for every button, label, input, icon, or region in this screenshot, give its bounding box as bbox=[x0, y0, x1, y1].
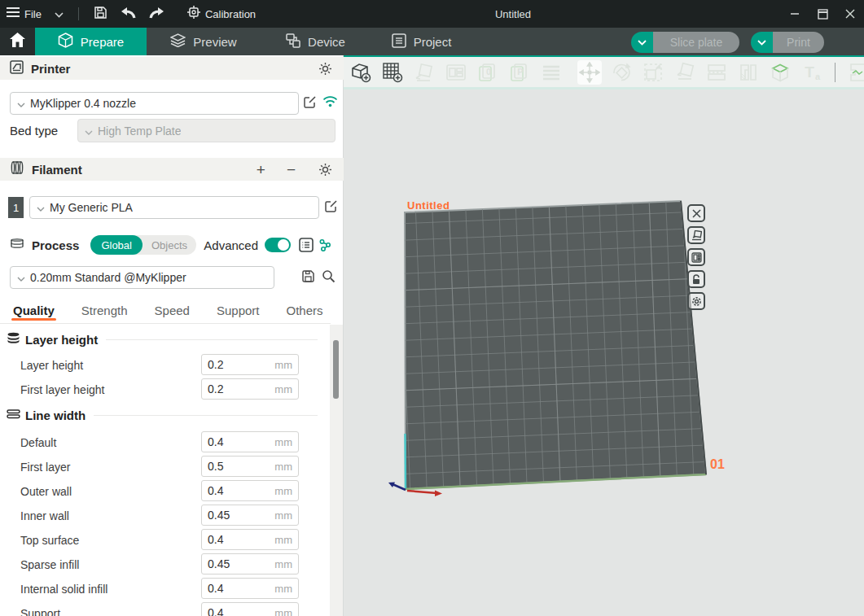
assembly-view-icon[interactable] bbox=[846, 60, 864, 85]
minimize-button[interactable] bbox=[781, 0, 809, 28]
slice-options-button[interactable] bbox=[631, 32, 653, 53]
printer-section-title: Printer bbox=[31, 62, 70, 76]
calibration-icon bbox=[187, 6, 200, 22]
doc-objects-icon[interactable]: 0 bbox=[476, 60, 500, 85]
text-tool-icon[interactable]: Ta bbox=[800, 60, 824, 85]
edit-printer-button[interactable] bbox=[303, 95, 317, 109]
parameter-list-button[interactable] bbox=[299, 238, 314, 252]
param-row: Top surface 0.4 mm bbox=[0, 529, 331, 551]
auto-arrange-icon[interactable] bbox=[412, 60, 436, 85]
split-view-icon[interactable] bbox=[444, 60, 468, 85]
save-icon bbox=[94, 6, 107, 23]
printer-settings-button[interactable] bbox=[318, 62, 332, 76]
printer-preset-combo[interactable]: MyKlipper 0.4 nozzle bbox=[10, 92, 299, 115]
save-preset-button[interactable] bbox=[301, 269, 315, 283]
chevron-down-icon bbox=[55, 7, 64, 21]
file-menu-expand-button[interactable] bbox=[48, 0, 70, 28]
sidebar-scrollbar-thumb[interactable] bbox=[333, 340, 339, 399]
printer-icon bbox=[10, 60, 24, 77]
svg-text:P: P bbox=[517, 67, 523, 76]
add-filament-button[interactable]: + bbox=[252, 162, 270, 177]
filament-section-title: Filament bbox=[32, 163, 82, 177]
tab-quality[interactable]: Quality bbox=[13, 297, 55, 323]
prepare-cube-icon bbox=[58, 33, 73, 50]
support-line-width-input[interactable]: 0.4 mm bbox=[201, 602, 299, 616]
plate-layout-button[interactable] bbox=[687, 248, 705, 266]
parameter-filter-button[interactable] bbox=[318, 238, 332, 252]
filament-preset-combo[interactable]: My Generic PLA bbox=[29, 196, 319, 219]
filament-settings-button[interactable] bbox=[318, 163, 332, 177]
tab-device[interactable]: Device bbox=[261, 28, 371, 55]
tab-speed[interactable]: Speed bbox=[155, 297, 190, 323]
x-axis-arrow bbox=[435, 491, 442, 497]
titlebar-separator bbox=[78, 7, 79, 20]
build-plate-scene[interactable]: Untitled 01 bbox=[344, 92, 864, 616]
param-row: Outer wall 0.4 mm bbox=[0, 480, 331, 502]
chevron-down-icon bbox=[37, 200, 45, 215]
filament-slot-badge[interactable]: 1 bbox=[8, 197, 24, 218]
lay-on-face-icon[interactable] bbox=[673, 60, 697, 85]
viewport-toolbar: 0 P Ta bbox=[344, 57, 864, 90]
tab-support[interactable]: Support bbox=[217, 297, 260, 323]
internal-solid-infill-line-width-input[interactable]: 0.4 mm bbox=[201, 578, 299, 599]
printer-connection-icon[interactable] bbox=[322, 95, 338, 107]
redo-button[interactable] bbox=[143, 0, 171, 28]
inner-wall-line-width-input[interactable]: 0.45 mm bbox=[201, 505, 299, 526]
plate-settings-button[interactable] bbox=[687, 292, 705, 310]
cut-tool-icon[interactable] bbox=[704, 60, 729, 85]
home-button[interactable] bbox=[0, 28, 35, 55]
maximize-button[interactable] bbox=[809, 0, 836, 28]
tab-device-label: Device bbox=[308, 35, 345, 49]
mesh-boolean-icon[interactable] bbox=[768, 60, 792, 85]
home-icon bbox=[10, 33, 25, 50]
scope-objects-button[interactable]: Objects bbox=[143, 239, 196, 251]
print-button[interactable]: Print bbox=[773, 32, 824, 53]
slice-plate-button[interactable]: Slice plate bbox=[653, 32, 739, 53]
default-line-width-input[interactable]: 0.4 mm bbox=[201, 431, 299, 452]
scale-tool-icon[interactable] bbox=[641, 60, 665, 85]
tab-others[interactable]: Others bbox=[287, 297, 323, 323]
arrange-plate-button[interactable] bbox=[687, 226, 705, 244]
tab-preview[interactable]: Preview bbox=[147, 28, 261, 55]
process-preset-combo[interactable]: 0.20mm Standard @MyKlipper bbox=[10, 266, 274, 289]
sparse-infill-line-width-input[interactable]: 0.45 mm bbox=[201, 553, 299, 574]
sidebar-scrollbar bbox=[330, 325, 343, 616]
calibration-button[interactable]: Calibration bbox=[181, 0, 262, 28]
delete-plate-button[interactable] bbox=[687, 204, 705, 222]
viewport-3d[interactable]: Untitled 01 bbox=[344, 92, 864, 616]
layers-list-icon[interactable] bbox=[539, 60, 564, 85]
chevron-down-icon bbox=[17, 96, 25, 111]
search-icon[interactable] bbox=[322, 269, 336, 283]
layer-height-input[interactable]: 0.2 mm bbox=[201, 354, 299, 375]
top-surface-line-width-input[interactable]: 0.4 mm bbox=[201, 529, 299, 550]
save-button[interactable] bbox=[87, 0, 114, 28]
tab-project[interactable]: Project bbox=[371, 28, 472, 55]
first-layer-height-input[interactable]: 0.2 mm bbox=[201, 378, 299, 400]
first-layer-line-width-input[interactable]: 0.5 mm bbox=[201, 456, 299, 477]
file-menu-button[interactable]: File bbox=[0, 0, 48, 28]
advanced-toggle[interactable] bbox=[265, 238, 291, 252]
outer-wall-line-width-input[interactable]: 0.4 mm bbox=[201, 480, 299, 501]
doc-plates-icon[interactable]: P bbox=[507, 60, 532, 85]
rotate-tool-icon[interactable] bbox=[609, 60, 634, 85]
print-split-button: Print bbox=[751, 32, 824, 53]
window-title: Untitled bbox=[495, 0, 531, 28]
process-section-title: Process bbox=[32, 238, 79, 252]
lock-plate-button[interactable] bbox=[687, 270, 705, 288]
file-menu-label: File bbox=[24, 8, 42, 20]
remove-filament-button[interactable]: − bbox=[282, 162, 300, 177]
close-button[interactable] bbox=[836, 0, 864, 28]
add-plate-icon[interactable] bbox=[380, 60, 405, 85]
scope-global-button[interactable]: Global bbox=[90, 235, 143, 255]
move-tool-icon[interactable] bbox=[577, 60, 602, 85]
edit-filament-button[interactable] bbox=[324, 199, 338, 213]
tab-prepare[interactable]: Prepare bbox=[35, 28, 147, 55]
preview-layers-icon bbox=[170, 33, 186, 50]
undo-button[interactable] bbox=[114, 0, 143, 28]
svg-text:T: T bbox=[805, 63, 814, 81]
tab-strength[interactable]: Strength bbox=[81, 297, 128, 323]
variable-layer-icon[interactable] bbox=[736, 60, 761, 85]
print-options-button[interactable] bbox=[751, 32, 773, 53]
bed-type-combo[interactable]: High Temp Plate bbox=[77, 119, 336, 142]
add-object-icon[interactable] bbox=[349, 60, 373, 85]
